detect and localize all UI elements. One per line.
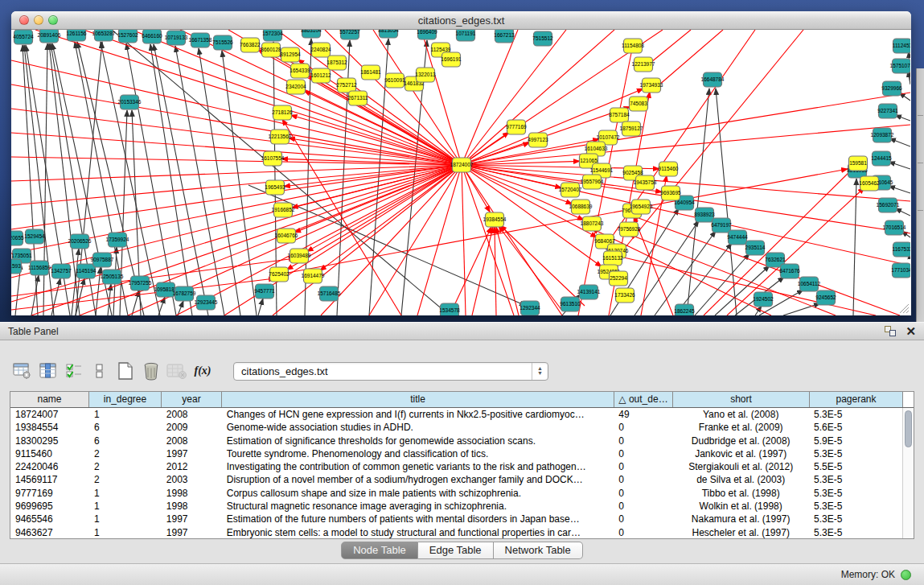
table-panel-header[interactable]: Table Panel ✕	[0, 322, 924, 340]
graph-node[interactable]: 1771034	[891, 263, 910, 278]
window-titlebar[interactable]: citations_edges.txt	[11, 11, 911, 30]
rows-icon[interactable]	[87, 360, 113, 382]
graph-node[interactable]: 17957255	[129, 276, 152, 290]
minimize-window-icon[interactable]	[34, 15, 43, 25]
column-select-icon[interactable]	[35, 360, 61, 382]
graph-node[interactable]: 745083	[630, 97, 648, 111]
column-header-short[interactable]: short	[673, 392, 810, 407]
graph-node[interactable]: 2240824	[310, 43, 331, 57]
cell-name[interactable]: 19384554	[10, 421, 89, 434]
graph-node[interactable]: 2342004	[285, 80, 306, 94]
cell-in_degree[interactable]: 1	[89, 500, 162, 513]
graph-node[interactable]: 9115460	[659, 162, 679, 176]
graph-node[interactable]: 15720407	[559, 183, 582, 197]
cell-pagerank[interactable]: 5.3E-5	[809, 447, 902, 460]
graph-node[interactable]: 1733426	[614, 288, 635, 303]
cell-pagerank[interactable]: 5.5E-5	[809, 460, 902, 473]
cell-short[interactable]: Nakamura et al. (1997)	[672, 513, 809, 525]
graph-node[interactable]: 14139141	[577, 285, 601, 299]
graph-node[interactable]: 1605462	[859, 176, 880, 191]
cell-year[interactable]: 1997	[162, 513, 222, 525]
graph-node[interactable]: 12213977	[632, 57, 655, 72]
column-header-year[interactable]: year	[162, 392, 222, 407]
graph-node[interactable]: 1965493	[265, 180, 285, 195]
cell-out_de[interactable]: 0	[614, 473, 672, 486]
new-document-icon[interactable]	[113, 360, 138, 382]
table-row[interactable]: 977716911998Corpus callosum shape and si…	[10, 487, 902, 500]
cell-out_de[interactable]: 0	[614, 487, 672, 500]
cell-pagerank[interactable]: 5.9E-5	[809, 435, 902, 447]
graph-node[interactable]: 10654112	[798, 277, 821, 291]
table-settings-icon[interactable]	[10, 360, 35, 382]
cell-in_degree[interactable]: 6	[89, 421, 162, 434]
cell-name[interactable]: 18300295	[10, 435, 89, 447]
graph-node[interactable]: 1261156	[67, 30, 87, 41]
graph-node[interactable]: 7625402	[269, 267, 290, 282]
cell-short[interactable]: Dudbridge et al. (2008)	[672, 435, 809, 447]
table-row[interactable]: 1830029562008Estimation of significance …	[10, 435, 902, 447]
table-body[interactable]: 1872400712008Changes of HCN gene express…	[10, 408, 902, 538]
cell-short[interactable]: Jankovic et al. (1997)	[672, 447, 809, 460]
graph-node[interactable]: 1534578	[439, 303, 460, 315]
graph-node[interactable]: 1071191	[456, 30, 476, 41]
table-row[interactable]: 911546021997Tourette syndrome. Phenomeno…	[10, 447, 902, 460]
graph-node[interactable]: 9610091	[384, 73, 405, 88]
graph-node[interactable]: 9245652	[815, 290, 836, 305]
graph-node[interactable]: 19654923	[630, 200, 653, 214]
cell-title[interactable]: Estimation of significance thresholds fo…	[222, 435, 614, 447]
close-panel-icon[interactable]: ✕	[906, 326, 916, 337]
close-window-icon[interactable]	[19, 15, 29, 25]
column-header-in_degree[interactable]: in_degree	[89, 392, 162, 407]
graph-node[interactable]: 1696409	[417, 30, 437, 39]
graph-node[interactable]: 9227341	[877, 104, 898, 118]
cell-out_de[interactable]: 0	[614, 447, 672, 460]
zoom-window-icon[interactable]	[48, 15, 58, 25]
cell-name[interactable]: 9465546	[10, 513, 89, 525]
graph-node[interactable]: 16107554	[261, 151, 285, 166]
graph-node[interactable]: 12213563	[269, 130, 292, 144]
network-graph[interactable]: 4055724208914061261156106532871527602646…	[11, 30, 910, 315]
cell-short[interactable]: Stergiakouli et al. (2012)	[672, 460, 809, 473]
cell-year[interactable]: 2008	[162, 408, 222, 421]
graph-node[interactable]: 18724007	[450, 158, 474, 172]
memory-ok-icon[interactable]	[901, 570, 911, 580]
graph-node[interactable]: 1112453	[893, 39, 910, 53]
graph-node[interactable]: 12505135	[101, 270, 124, 284]
cell-name[interactable]: 22420046	[10, 460, 89, 473]
float-panel-icon[interactable]	[885, 326, 896, 336]
graph-node[interactable]: 12923445	[195, 295, 218, 310]
cell-pagerank[interactable]: 5.6E-5	[809, 421, 902, 434]
graph-node[interactable]: 1292344	[519, 301, 540, 315]
graph-node[interactable]: 4997123	[528, 133, 548, 147]
table-row[interactable]: 1872400712008Changes of HCN gene express…	[10, 408, 902, 421]
cell-out_de[interactable]: 49	[614, 408, 672, 421]
network-view-window[interactable]: citations_edges.txt 40557242089140612611…	[11, 11, 911, 315]
cell-pagerank[interactable]: 5.3E-5	[809, 500, 902, 513]
graph-node[interactable]: 9613510	[560, 297, 581, 311]
graph-node[interactable]: 16782759	[173, 286, 196, 301]
network-graph-canvas[interactable]: 4055724208914061261156106532871527602646…	[11, 30, 911, 315]
graph-node[interactable]: 9329966	[881, 81, 902, 96]
cell-out_de[interactable]: 0	[614, 513, 672, 525]
graph-node[interactable]: 1527602	[117, 30, 138, 43]
graph-node[interactable]: 16914479	[302, 269, 325, 283]
graph-node[interactable]: 4055724	[13, 30, 34, 44]
cell-name[interactable]: 18724007	[10, 408, 89, 421]
graph-node[interactable]: 90975887	[91, 253, 114, 267]
column-header-name[interactable]: name	[10, 392, 89, 407]
scrollbar-thumb[interactable]	[905, 410, 912, 447]
graph-node[interactable]: 2671311	[348, 91, 368, 105]
graph-node[interactable]: 19734933	[640, 78, 663, 93]
graph-node[interactable]: 9474444	[727, 230, 748, 245]
graph-node[interactable]: 20206526	[68, 234, 92, 249]
cell-title[interactable]: Changes of HCN gene expression and I(f) …	[222, 408, 614, 421]
graph-node[interactable]: 391593	[11, 259, 22, 274]
graph-node[interactable]: 20153346	[118, 95, 142, 109]
cell-year[interactable]: 2008	[162, 435, 222, 447]
graph-node[interactable]: 1244415	[871, 151, 892, 166]
cell-title[interactable]: Genome-wide association studies in ADHD.	[222, 421, 614, 434]
cell-pagerank[interactable]: 5.3E-5	[809, 473, 902, 486]
cell-in_degree[interactable]: 1	[89, 408, 162, 421]
graph-node[interactable]: 6466160	[142, 30, 162, 43]
graph-node[interactable]: 9457771	[254, 284, 275, 299]
